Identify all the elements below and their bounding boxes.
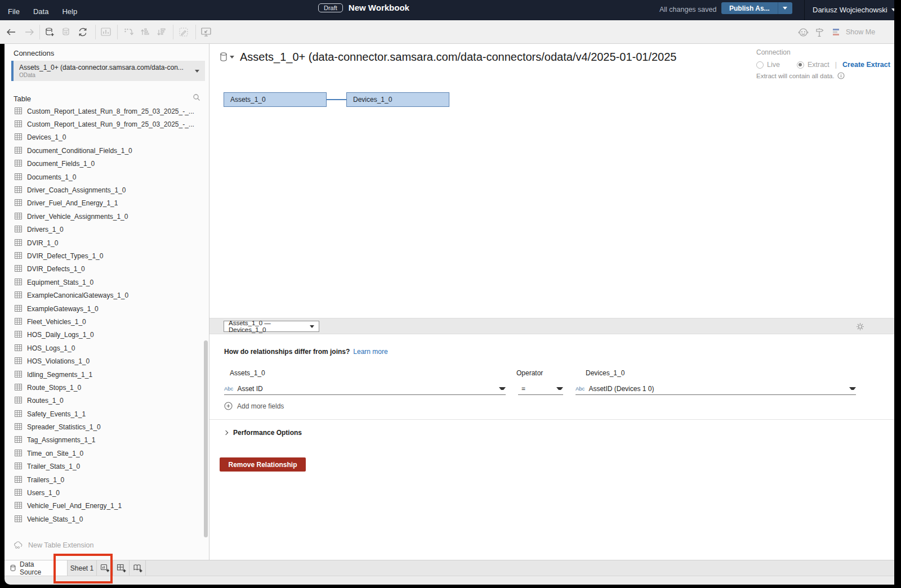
extract-note: Extract will contain all data. <box>756 73 835 79</box>
table-list-item[interactable]: Equipment_Stats_1_0 <box>5 276 205 289</box>
right-field-value: AssetID (Devices 1 0) <box>588 385 654 393</box>
table-list-item[interactable]: Route_Stops_1_0 <box>5 381 205 394</box>
table-list-item[interactable]: HOS_Daily_Logs_1_0 <box>5 329 205 342</box>
tab-sheet1[interactable]: Sheet 1 <box>68 560 97 576</box>
sidebar-scrollbar[interactable] <box>204 340 208 537</box>
publish-dropdown-caret[interactable] <box>778 2 792 14</box>
redo-button[interactable] <box>23 25 36 39</box>
new-dashboard-icon <box>117 564 126 573</box>
live-radio[interactable] <box>756 61 764 69</box>
connection-item[interactable]: Assets_1_0+ (data-connector.samsara.com/… <box>11 61 205 81</box>
table-list-item[interactable]: Custom_Report_Latest_Run_8_from_25_03_20… <box>5 105 205 118</box>
performance-options-expander[interactable]: Performance Options <box>224 429 302 437</box>
einstein-copilot-icon[interactable] <box>796 25 810 39</box>
chevron-down-icon <box>499 387 506 390</box>
data-source-title-row: Assets_1_0+ (data-connector.samsara.com/… <box>220 51 755 64</box>
table-grid-icon <box>15 501 22 511</box>
table-list-item[interactable]: HOS_Violations_1_0 <box>5 354 205 367</box>
table-list-item[interactable]: Driver_Fuel_And_Energy_1_1 <box>5 197 205 210</box>
extract-radio[interactable] <box>797 61 804 69</box>
info-icon[interactable] <box>837 72 845 79</box>
search-icon[interactable] <box>193 93 200 104</box>
table-list-item[interactable]: DVIR_Defects_1_0 <box>5 263 205 276</box>
database-icon[interactable] <box>220 52 234 62</box>
table-list-item[interactable]: Fleet_Vehicles_1_0 <box>5 315 205 328</box>
table-list-item[interactable]: Routes_1_0 <box>5 394 205 407</box>
table-list-item[interactable]: ExampleCanonicalGateways_1_0 <box>5 289 205 302</box>
swap-rows-columns-button[interactable] <box>122 25 135 39</box>
undo-button[interactable] <box>5 25 18 39</box>
table-list-item[interactable]: Vehicle_Stats_1_0 <box>5 513 205 526</box>
table-list-item[interactable]: Driver_Coach_Assignments_1_0 <box>5 183 205 196</box>
right-field-dropdown[interactable]: Abc AssetID (Devices 1 0) <box>576 383 856 395</box>
create-extract-link[interactable]: Create Extract <box>842 61 890 69</box>
table-list-item[interactable]: DVIR_1_0 <box>5 236 205 249</box>
new-worksheet-toolbar-button[interactable] <box>99 25 113 39</box>
show-me-icon[interactable] <box>830 25 844 39</box>
table-node-assets[interactable]: Assets_1_0 <box>224 92 327 107</box>
add-more-fields-button[interactable]: Add more fields <box>224 402 284 410</box>
table-list-item[interactable]: Driver_Vehicle_Assignments_1_0 <box>5 210 205 223</box>
table-list-item[interactable]: HOS_Logs_1_0 <box>5 342 205 354</box>
tab-data-source[interactable]: Data Source <box>5 560 55 576</box>
remove-relationship-button[interactable]: Remove Relationship <box>220 457 306 472</box>
extract-label[interactable]: Extract <box>808 61 829 69</box>
gear-icon[interactable] <box>856 322 864 333</box>
table-list-item[interactable]: Devices_1_0 <box>5 131 205 144</box>
signpost-icon[interactable] <box>813 25 826 39</box>
table-list-item[interactable]: ExampleGateways_1_0 <box>5 302 205 315</box>
menu-help[interactable]: Help <box>62 7 77 16</box>
table-list-item[interactable]: Document_Conditional_Fields_1_0 <box>5 144 205 157</box>
refresh-button[interactable] <box>76 25 90 39</box>
left-field-dropdown[interactable]: Abc Asset ID <box>224 383 506 395</box>
table-list-item[interactable]: Trailers_1_0 <box>5 473 205 486</box>
menu-data[interactable]: Data <box>33 7 48 16</box>
new-data-source-button[interactable] <box>43 25 56 39</box>
table-list-item[interactable]: Vehicle_Fuel_And_Energy_1_1 <box>5 500 205 513</box>
new-worksheet-button[interactable] <box>97 560 113 576</box>
right-table-header: Devices_1_0 <box>586 369 625 377</box>
new-story-button[interactable] <box>130 560 146 576</box>
presentation-mode-button[interactable] <box>199 25 213 39</box>
table-list-item[interactable]: Users_1_0 <box>5 486 205 499</box>
data-source-canvas: Assets_1_0+ (data-connector.samsara.com/… <box>209 44 894 560</box>
table-grid-icon <box>15 251 22 261</box>
sort-ascending-button[interactable] <box>138 25 151 39</box>
pause-updates-button[interactable] <box>59 25 73 39</box>
table-list-item[interactable]: Idling_Segments_1_1 <box>5 368 205 381</box>
table-list-item[interactable]: Custom_Report_Latest_Run_9_from_25_03_20… <box>5 118 205 131</box>
table-list-item[interactable]: Documents_1_0 <box>5 170 205 183</box>
publish-as-button[interactable]: Publish As... <box>721 2 792 14</box>
relationship-pair-dropdown[interactable]: Assets_1_0 — Devices_1_0 <box>224 321 319 332</box>
show-me-label[interactable]: Show Me <box>846 28 875 36</box>
highlight-button[interactable] <box>177 25 190 39</box>
database-caret[interactable] <box>230 56 234 59</box>
relationship-noodle[interactable] <box>327 99 346 100</box>
table-node-devices[interactable]: Devices_1_0 <box>346 92 449 107</box>
relationship-question: How do relationships differ from joins?L… <box>224 348 388 356</box>
chevron-right-icon <box>224 430 228 435</box>
string-type-icon: Abc <box>576 385 585 392</box>
table-grid-icon <box>15 461 22 472</box>
table-grid-icon <box>15 514 22 524</box>
user-menu[interactable]: Dariusz Wojciechowski <box>813 6 896 14</box>
table-list-item[interactable]: Drivers_1_0 <box>5 223 205 236</box>
learn-more-link[interactable]: Learn more <box>353 348 387 356</box>
table-list-item[interactable]: Spreader_Statistics_1_0 <box>5 420 205 433</box>
draft-badge: Draft <box>318 3 343 12</box>
table-list-item[interactable]: Tag_Assignments_1_1 <box>5 434 205 447</box>
menu-file[interactable]: File <box>8 7 20 16</box>
sort-descending-button[interactable] <box>154 25 168 39</box>
operator-dropdown[interactable]: = <box>518 383 563 395</box>
table-list-item[interactable]: DVIR_Defect_Types_1_0 <box>5 249 205 262</box>
table-grid-icon <box>15 238 22 248</box>
table-list-item[interactable]: Safety_Events_1_1 <box>5 407 205 420</box>
table-list-item[interactable]: Time_on_Site_1_0 <box>5 447 205 460</box>
table-list-item[interactable]: Document_Fields_1_0 <box>5 158 205 170</box>
live-label[interactable]: Live <box>767 61 780 69</box>
new-dashboard-button[interactable] <box>113 560 130 576</box>
table-list-item[interactable]: Trailer_Stats_1_0 <box>5 460 205 473</box>
new-table-extension[interactable]: New Table Extension <box>14 541 94 549</box>
connection-dropdown-caret[interactable] <box>195 70 199 73</box>
add-more-fields-label: Add more fields <box>237 402 284 410</box>
